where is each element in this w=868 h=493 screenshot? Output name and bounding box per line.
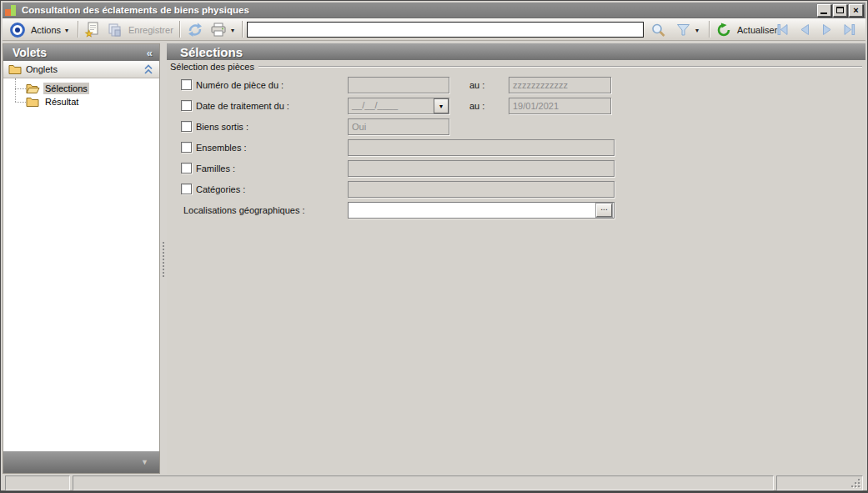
familles-checkbox[interactable] <box>181 163 192 174</box>
nav-last-icon <box>842 23 857 36</box>
filter-options-button[interactable]: ▾ <box>695 27 699 34</box>
new-document-icon: ★ <box>84 22 101 38</box>
tree-item-selections[interactable]: Sélections <box>26 82 89 95</box>
toolbar: Actions ▾ ★ Enregistrer <box>3 18 865 41</box>
minimize-button[interactable] <box>817 4 831 17</box>
nav-first-icon <box>775 23 790 36</box>
categories-field <box>348 181 615 198</box>
print-button[interactable] <box>210 23 227 37</box>
categories-checkbox[interactable] <box>181 184 192 194</box>
save-button[interactable]: Enregistrer <box>108 23 173 38</box>
date-traitement-checkbox[interactable] <box>181 100 192 111</box>
save-icon <box>108 23 123 38</box>
groupbox-legend: Sélection des pièces <box>170 62 254 72</box>
biens-sortis-checkbox[interactable] <box>181 121 192 132</box>
selection-form: Sélection des pièces Numéro de pièce du … <box>167 60 865 474</box>
app-icon <box>5 5 17 16</box>
folder-icon <box>8 63 22 75</box>
date-to-field: 19/01/2021 <box>509 98 611 114</box>
maximize-button[interactable] <box>833 4 847 17</box>
bullseye-icon <box>9 22 26 38</box>
collapse-sidebar-button[interactable]: « <box>147 47 153 59</box>
sync-button[interactable] <box>187 23 203 38</box>
tree-item-label: Résultat <box>43 96 80 108</box>
numero-piece-checkbox[interactable] <box>181 79 192 90</box>
field-label: Catégories : <box>196 184 245 194</box>
collapse-section-icon[interactable] <box>143 64 154 75</box>
field-label: Biens sortis : <box>196 122 248 132</box>
groupbox-selection-des-pieces: Sélection des pièces <box>170 62 862 72</box>
new-document-button[interactable]: ★ <box>84 22 101 38</box>
row-biens-sortis: Biens sortis : Oui <box>167 118 865 135</box>
sidebar: Volets « Onglets <box>3 43 160 474</box>
row-ensembles: Ensembles : <box>167 139 865 156</box>
row-localisations: Localisations géographiques : ... <box>167 202 865 219</box>
tree-item-resultat[interactable]: Résultat <box>26 95 80 108</box>
minimize-icon <box>820 13 827 14</box>
onglets-tree: Sélections Résultat <box>3 78 159 432</box>
field-label: Familles : <box>196 163 235 174</box>
resize-grip-icon[interactable] <box>851 479 861 489</box>
familles-field <box>348 160 615 177</box>
au-label: au : <box>469 80 484 90</box>
status-bar <box>3 475 865 490</box>
refresh-button[interactable]: Actualiser <box>716 23 777 38</box>
filter-icon <box>676 23 690 37</box>
svg-text:★: ★ <box>85 28 93 38</box>
filter-button[interactable] <box>676 23 690 37</box>
collapse-down-icon[interactable]: ▼ <box>141 458 148 466</box>
browse-button[interactable]: ... <box>596 204 612 217</box>
date-from-combobox[interactable]: __/__/____ ▾ <box>348 98 449 114</box>
status-cell-left <box>5 475 70 490</box>
au-label: au : <box>469 101 484 111</box>
search-button[interactable] <box>650 23 666 38</box>
nav-previous-button[interactable] <box>798 23 811 36</box>
sidebar-header: Volets « <box>3 44 159 61</box>
ensembles-checkbox[interactable] <box>181 142 192 153</box>
main-header: Sélections <box>167 43 865 60</box>
section-label: Onglets <box>26 64 58 74</box>
biens-sortis-field: Oui <box>348 118 449 135</box>
printer-icon <box>210 23 227 37</box>
open-folder-icon <box>26 83 40 94</box>
field-label: Numéro de pièce du : <box>196 80 283 90</box>
nav-previous-icon <box>798 23 811 36</box>
status-cell-right <box>776 475 863 490</box>
chevron-down-icon: ▾ <box>695 27 699 34</box>
field-label: Localisations géographiques : <box>183 205 305 215</box>
print-options-button[interactable]: ▾ <box>231 27 234 34</box>
main-panel: Sélections Sélection des pièces Numéro d… <box>167 43 865 474</box>
tree-item-label: Sélections <box>43 83 89 94</box>
window-title: Consultation des éclatements de biens ph… <box>22 5 817 15</box>
main-title: Sélections <box>180 45 243 59</box>
actions-button[interactable]: Actions ▾ <box>31 25 68 35</box>
title-bar: Consultation des éclatements de biens ph… <box>3 3 865 18</box>
nav-next-button[interactable] <box>820 23 834 36</box>
search-icon <box>650 23 666 38</box>
panel-splitter[interactable] <box>160 43 167 474</box>
app-body: Volets « Onglets <box>3 43 865 474</box>
app-window: Consultation des éclatements de biens ph… <box>0 0 868 493</box>
row-numero-piece: Numéro de pièce du : au : zzzzzzzzzzzz <box>167 77 865 93</box>
close-button[interactable]: × <box>849 4 863 17</box>
numero-to-field: zzzzzzzzzzzz <box>509 77 611 93</box>
sync-icon <box>187 23 203 38</box>
splitter-grip-icon <box>163 242 164 279</box>
folder-icon <box>26 96 40 108</box>
localisations-input[interactable] <box>348 202 615 219</box>
nav-last-button[interactable] <box>842 23 857 36</box>
refresh-icon <box>716 23 732 38</box>
nav-first-button[interactable] <box>775 23 790 36</box>
quick-search-input[interactable] <box>247 22 644 38</box>
chevron-down-icon: ▾ <box>231 27 234 34</box>
status-cell-middle <box>73 475 774 490</box>
combo-dropdown-button[interactable]: ▾ <box>434 98 449 113</box>
ensembles-field <box>348 139 615 156</box>
maximize-icon <box>836 7 844 13</box>
chevron-down-icon: ▾ <box>65 27 68 34</box>
row-date-traitement: Date de traitement du : __/__/____ ▾ au … <box>167 98 865 114</box>
sidebar-section-onglets[interactable]: Onglets <box>3 61 159 78</box>
nav-next-icon <box>820 23 834 36</box>
sidebar-title: Volets <box>13 46 47 59</box>
row-categories: Catégories : <box>167 181 865 198</box>
